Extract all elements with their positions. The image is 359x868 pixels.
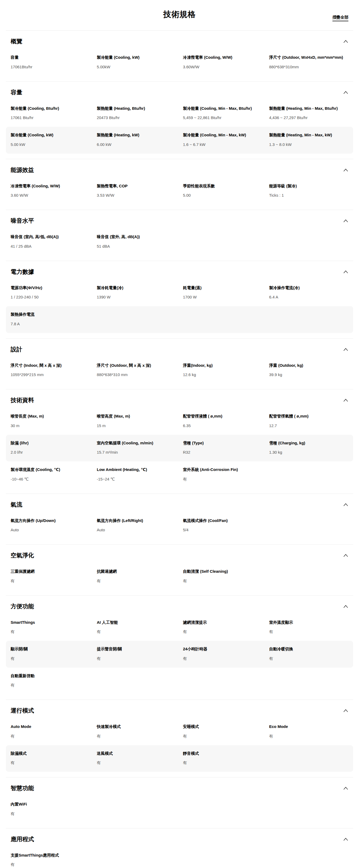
spec-cell: 製冷操作電流(冷) 6.4 A [269, 285, 348, 300]
spec-value: 6.35 [183, 423, 262, 428]
spec-row: Auto Mode 有 快速製冷模式 有 安睡模式 有 Eco Mode 有 [6, 718, 353, 745]
spec-label: 雪種 (Type) [183, 440, 262, 446]
section-smart-features: 智慧功能 內置WiFi 有 [6, 777, 353, 828]
spec-value: 1700 W [183, 294, 262, 300]
spec-label: 耗電量(溫) [183, 285, 262, 291]
spec-label: Low Ambient (Heating, ℃) [97, 467, 176, 473]
spec-label: 製熱能量 (Heating, Btu/hr) [97, 105, 176, 112]
spec-cell: 室外系統 (Anti-Corrosion Fin) 有 [183, 467, 262, 482]
spec-cell: Low Ambient (Heating, ℃) -15~24 ℃ [97, 467, 176, 482]
spec-row: 支援SmartThings應用程式 有 [6, 847, 353, 868]
spec-cell: 24小時計時器 有 [183, 646, 262, 661]
spec-label: 冷凍慳電率 (Cooling, W/W) [11, 183, 90, 189]
spec-value: 880*638*310mm [269, 64, 348, 70]
spec-value: 有 [11, 862, 90, 867]
spec-label: 喉管長度 (Max, m) [11, 413, 90, 420]
spec-row: 除濕 (l/hr) 2.0 l/hr 室內空氣循環 (Cooling, m/mi… [6, 435, 353, 462]
section-header[interactable]: 容量 [6, 89, 353, 96]
spec-value: 39.9 kg [269, 372, 348, 377]
spec-label: 製熱操作電流 [11, 311, 90, 318]
section-capacity: 容量 製冷能量 (Cooling, Btu/hr) 17061 Btu/hr 製… [6, 82, 353, 159]
spec-value: 6.4 A [269, 294, 348, 300]
collapse-all-link[interactable]: 摺疊全部 [332, 15, 348, 21]
section-header[interactable]: 噪音水平 [6, 217, 353, 225]
spec-value: 有 [11, 629, 90, 634]
spec-label: 顯示開/關 [11, 646, 90, 652]
spec-label: 冷凍慳電率 (Cooling, W/W) [183, 55, 262, 61]
section-header[interactable]: 應用程式 [6, 835, 353, 843]
spec-value: 12.6 kg [183, 372, 262, 377]
chevron-up-icon [343, 347, 348, 352]
section-header[interactable]: 方便功能 [6, 602, 353, 611]
spec-cell: 提示聲音開/關 有 [97, 646, 176, 661]
spec-value: 有 [11, 682, 90, 688]
section-header[interactable]: 能源效益 [6, 166, 353, 174]
section-overview: 概覽 容量 17061Btu/hr 製冷能量 (Cooling, kW) 5.0… [6, 31, 353, 82]
spec-label: 自動冷暖切換 [269, 646, 348, 652]
spec-label: 提示聲音開/關 [97, 646, 176, 652]
spec-cell: 製熱能量 (Heating, kW) 6.00 kW [97, 132, 176, 147]
section-header[interactable]: 智慧功能 [6, 784, 353, 792]
section-header[interactable]: 運行模式 [6, 707, 353, 715]
section-header[interactable]: 氣流 [6, 501, 353, 509]
section-header[interactable]: 設計 [6, 345, 353, 353]
spec-value: 1.30 kg [269, 450, 348, 455]
spec-value: 15.7 m³/min [97, 450, 176, 455]
spec-value: 4,436 ~ 27,297 Btu/hr [269, 115, 348, 120]
section-airflow: 氣流 氣流方向操作 (Up/Down) Auto 氣流方向操作 (Left/Ri… [6, 494, 353, 545]
spec-label: 室外系統 (Anti-Corrosion Fin) [183, 467, 262, 473]
spec-value: 12.7 [269, 423, 348, 428]
chevron-up-icon [343, 604, 348, 609]
spec-value: 6.00 kW [97, 142, 176, 147]
spec-page: 技術規格 摺疊全部 概覽 容量 17061Btu/hr 製冷能量 (Coolin… [0, 0, 359, 868]
spec-cell: 噪音值 (室外, 高, dB(A)) 51 dBA [97, 234, 176, 249]
section-header[interactable]: 電力數據 [6, 268, 353, 276]
spec-value: 20473 Btu/hr [97, 115, 176, 120]
spec-value: 有 [97, 629, 176, 634]
spec-cell: 自動清潔 (Self Cleaning) 有 [183, 568, 262, 584]
spec-cell: 季節性能表現系數 5.00 [183, 183, 262, 198]
spec-cell: 送風模式 有 [97, 750, 176, 766]
spec-label: 製熱能量 (Heating, Min - Max, Btu/hr) [269, 105, 348, 112]
section-operation-modes: 運行模式 Auto Mode 有 快速製冷模式 有 安睡模式 有 Eco Mod… [6, 700, 353, 777]
spec-cell: 自動重新啓動 有 [11, 673, 90, 688]
spec-value: Auto [11, 527, 90, 533]
chevron-up-icon [343, 218, 348, 223]
section-header[interactable]: 概覽 [6, 37, 353, 45]
spec-value: 1.6 ~ 6.7 kW [183, 142, 262, 147]
section-title: 概覽 [11, 37, 22, 45]
spec-value: 5.00kW [97, 64, 176, 70]
chevron-up-icon [343, 837, 348, 842]
section-header[interactable]: 空氣淨化 [6, 552, 353, 559]
spec-value: 有 [11, 811, 90, 816]
section-title: 氣流 [11, 501, 22, 509]
spec-value: 30 m [11, 423, 90, 428]
spec-value: 1390 W [97, 294, 176, 300]
spec-value: 有 [183, 656, 262, 661]
spec-row: 喉管長度 (Max, m) 30 m 喉管高度 (Max, m) 15 m 配管… [6, 408, 353, 435]
chevron-up-icon [343, 90, 348, 95]
spec-cell: 冷凍慳電率 (Cooling, W/W) 3.60 W/W [11, 183, 90, 198]
chevron-up-icon [343, 398, 348, 403]
section-title: 容量 [11, 89, 22, 96]
section-energy-efficiency: 能源效益 冷凍慳電率 (Cooling, W/W) 3.60 W/W 製熱慳電率… [6, 159, 353, 210]
spec-row: 電源功率(Φ/V/Hz) 1 / 220-240 / 50 製冷耗電量(冷) 1… [6, 280, 353, 306]
spec-cell: 氣流方向操作 (Up/Down) Auto [11, 518, 90, 533]
spec-value: 有 [183, 476, 262, 482]
spec-row: 淨尺寸 (Indoor, 闊 x 高 x 深) 1055*299*215 mm … [6, 357, 353, 384]
spec-label: 送風模式 [97, 750, 176, 757]
spec-label: 淨重(Indoor, kg) [183, 363, 262, 369]
spec-label: 淨尺寸 (Indoor, 闊 x 高 x 深) [11, 363, 90, 369]
section-design: 設計 淨尺寸 (Indoor, 闊 x 高 x 深) 1055*299*215 … [6, 339, 353, 390]
section-header[interactable]: 技術資料 [6, 396, 353, 404]
spec-label: 季節性能表現系數 [183, 183, 262, 189]
spec-row: 製熱操作電流 7.8 A [6, 306, 353, 333]
spec-value: Auto [97, 527, 176, 533]
spec-label: Eco Mode [269, 724, 348, 730]
spec-label: 氣流方向操作 (Left/Right) [97, 518, 176, 524]
page-title: 技術規格 [6, 9, 353, 20]
spec-cell: 製熱能量 (Heating, Btu/hr) 20473 Btu/hr [97, 105, 176, 121]
spec-cell: 淨重 (Outdoor, kg) 39.9 kg [269, 363, 348, 378]
spec-value: 15 m [97, 423, 176, 428]
chevron-up-icon [343, 553, 348, 558]
